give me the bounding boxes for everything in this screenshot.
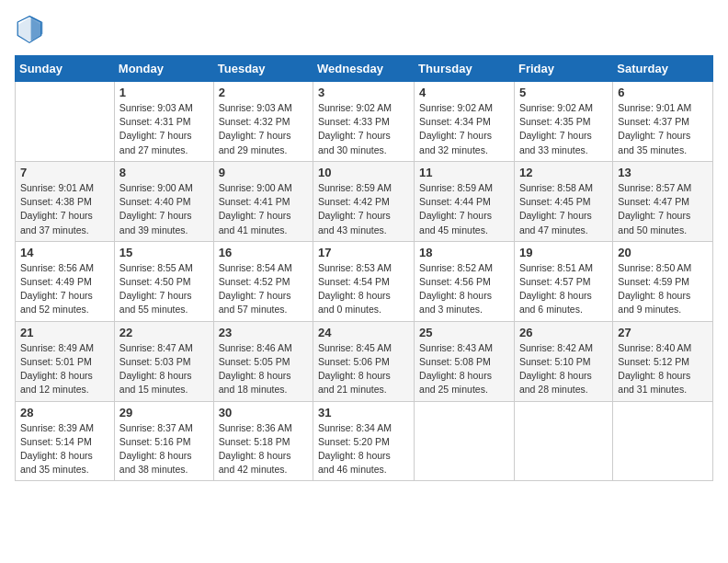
day-number: 25 [419,326,509,339]
day-number: 27 [618,326,708,339]
day-info: Sunrise: 8:47 AMSunset: 5:03 PMDaylight:… [119,341,209,397]
day-number: 24 [318,326,409,339]
day-info: Sunrise: 9:02 AMSunset: 4:33 PMDaylight:… [318,101,409,157]
day-number: 7 [20,166,109,179]
week-row-1: 1Sunrise: 9:03 AMSunset: 4:31 PMDaylight… [16,82,713,162]
calendar-cell: 24Sunrise: 8:45 AMSunset: 5:06 PMDayligh… [313,321,415,401]
day-number: 8 [119,166,209,179]
day-info: Sunrise: 8:49 AMSunset: 5:01 PMDaylight:… [20,341,109,397]
calendar-cell: 22Sunrise: 8:47 AMSunset: 5:03 PMDayligh… [114,321,213,401]
calendar-cell: 17Sunrise: 8:53 AMSunset: 4:54 PMDayligh… [313,241,415,321]
header-saturday: Saturday [613,56,713,82]
calendar-cell: 16Sunrise: 8:54 AMSunset: 4:52 PMDayligh… [213,241,313,321]
header-friday: Friday [514,56,612,82]
calendar-cell: 4Sunrise: 9:02 AMSunset: 4:34 PMDaylight… [415,82,515,162]
header-monday: Monday [114,56,213,82]
day-info: Sunrise: 8:57 AMSunset: 4:47 PMDaylight:… [618,181,708,237]
logo [15,15,48,44]
week-row-2: 7Sunrise: 9:01 AMSunset: 4:38 PMDaylight… [16,161,713,241]
calendar-cell: 28Sunrise: 8:39 AMSunset: 5:14 PMDayligh… [16,401,115,481]
calendar-cell: 19Sunrise: 8:51 AMSunset: 4:57 PMDayligh… [514,241,612,321]
day-info: Sunrise: 8:52 AMSunset: 4:56 PMDaylight:… [419,261,509,317]
calendar-cell: 13Sunrise: 8:57 AMSunset: 4:47 PMDayligh… [613,161,713,241]
day-info: Sunrise: 9:02 AMSunset: 4:34 PMDaylight:… [419,101,509,157]
day-number: 26 [519,326,608,339]
day-number: 11 [419,166,509,179]
header-sunday: Sunday [16,56,115,82]
day-number: 14 [20,246,109,259]
day-info: Sunrise: 8:59 AMSunset: 4:42 PMDaylight:… [318,181,409,237]
day-info: Sunrise: 8:50 AMSunset: 4:59 PMDaylight:… [618,261,708,317]
calendar-table: SundayMondayTuesdayWednesdayThursdayFrid… [15,55,713,481]
day-number: 10 [318,166,409,179]
calendar-cell: 1Sunrise: 9:03 AMSunset: 4:31 PMDaylight… [114,82,213,162]
calendar-cell: 6Sunrise: 9:01 AMSunset: 4:37 PMDaylight… [613,82,713,162]
day-number: 31 [318,406,409,419]
day-number: 12 [519,166,608,179]
calendar-cell: 10Sunrise: 8:59 AMSunset: 4:42 PMDayligh… [313,161,415,241]
day-number: 22 [119,326,209,339]
calendar-cell: 30Sunrise: 8:36 AMSunset: 5:18 PMDayligh… [213,401,313,481]
day-info: Sunrise: 8:58 AMSunset: 4:45 PMDaylight:… [519,181,608,237]
calendar-cell: 29Sunrise: 8:37 AMSunset: 5:16 PMDayligh… [114,401,213,481]
week-row-5: 28Sunrise: 8:39 AMSunset: 5:14 PMDayligh… [16,401,713,481]
day-number: 30 [219,406,308,419]
day-number: 3 [318,86,409,99]
day-number: 29 [119,406,209,419]
day-info: Sunrise: 8:43 AMSunset: 5:08 PMDaylight:… [419,341,509,397]
day-number: 23 [219,326,308,339]
day-info: Sunrise: 8:53 AMSunset: 4:54 PMDaylight:… [318,261,409,317]
week-row-4: 21Sunrise: 8:49 AMSunset: 5:01 PMDayligh… [16,321,713,401]
day-number: 5 [519,86,608,99]
header-wednesday: Wednesday [313,56,415,82]
calendar-cell: 8Sunrise: 9:00 AMSunset: 4:40 PMDaylight… [114,161,213,241]
day-number: 6 [618,86,708,99]
calendar-cell: 2Sunrise: 9:03 AMSunset: 4:32 PMDaylight… [213,82,313,162]
logo-icon [15,15,44,44]
header-tuesday: Tuesday [213,56,313,82]
day-info: Sunrise: 8:37 AMSunset: 5:16 PMDaylight:… [119,421,209,477]
day-info: Sunrise: 8:51 AMSunset: 4:57 PMDaylight:… [519,261,608,317]
calendar-cell: 15Sunrise: 8:55 AMSunset: 4:50 PMDayligh… [114,241,213,321]
day-info: Sunrise: 9:01 AMSunset: 4:38 PMDaylight:… [20,181,109,237]
day-number: 9 [219,166,308,179]
calendar-cell: 14Sunrise: 8:56 AMSunset: 4:49 PMDayligh… [16,241,115,321]
day-info: Sunrise: 8:40 AMSunset: 5:12 PMDaylight:… [618,341,708,397]
day-number: 17 [318,246,409,259]
day-info: Sunrise: 9:03 AMSunset: 4:32 PMDaylight:… [219,101,308,157]
calendar-cell: 7Sunrise: 9:01 AMSunset: 4:38 PMDaylight… [16,161,115,241]
calendar-cell: 31Sunrise: 8:34 AMSunset: 5:20 PMDayligh… [313,401,415,481]
calendar-cell [415,401,515,481]
day-info: Sunrise: 8:42 AMSunset: 5:10 PMDaylight:… [519,341,608,397]
day-info: Sunrise: 9:03 AMSunset: 4:31 PMDaylight:… [119,101,209,157]
calendar-cell: 3Sunrise: 9:02 AMSunset: 4:33 PMDaylight… [313,82,415,162]
calendar-cell [514,401,612,481]
day-info: Sunrise: 9:02 AMSunset: 4:35 PMDaylight:… [519,101,608,157]
day-number: 20 [618,246,708,259]
day-info: Sunrise: 9:00 AMSunset: 4:41 PMDaylight:… [219,181,308,237]
calendar-cell [613,401,713,481]
day-number: 19 [519,246,608,259]
calendar-cell: 18Sunrise: 8:52 AMSunset: 4:56 PMDayligh… [415,241,515,321]
calendar-cell: 9Sunrise: 9:00 AMSunset: 4:41 PMDaylight… [213,161,313,241]
day-info: Sunrise: 8:36 AMSunset: 5:18 PMDaylight:… [219,421,308,477]
day-info: Sunrise: 8:46 AMSunset: 5:05 PMDaylight:… [219,341,308,397]
day-number: 4 [419,86,509,99]
calendar-cell: 25Sunrise: 8:43 AMSunset: 5:08 PMDayligh… [415,321,515,401]
calendar-cell: 21Sunrise: 8:49 AMSunset: 5:01 PMDayligh… [16,321,115,401]
calendar-cell: 20Sunrise: 8:50 AMSunset: 4:59 PMDayligh… [613,241,713,321]
calendar-cell: 23Sunrise: 8:46 AMSunset: 5:05 PMDayligh… [213,321,313,401]
day-number: 16 [219,246,308,259]
calendar-cell: 26Sunrise: 8:42 AMSunset: 5:10 PMDayligh… [514,321,612,401]
header-thursday: Thursday [415,56,515,82]
day-info: Sunrise: 8:59 AMSunset: 4:44 PMDaylight:… [419,181,509,237]
day-info: Sunrise: 8:45 AMSunset: 5:06 PMDaylight:… [318,341,409,397]
day-info: Sunrise: 8:56 AMSunset: 4:49 PMDaylight:… [20,261,109,317]
day-number: 1 [119,86,209,99]
day-number: 21 [20,326,109,339]
day-info: Sunrise: 8:39 AMSunset: 5:14 PMDaylight:… [20,421,109,477]
day-number: 15 [119,246,209,259]
day-info: Sunrise: 8:34 AMSunset: 5:20 PMDaylight:… [318,421,409,477]
calendar-cell [16,82,115,162]
day-number: 18 [419,246,509,259]
